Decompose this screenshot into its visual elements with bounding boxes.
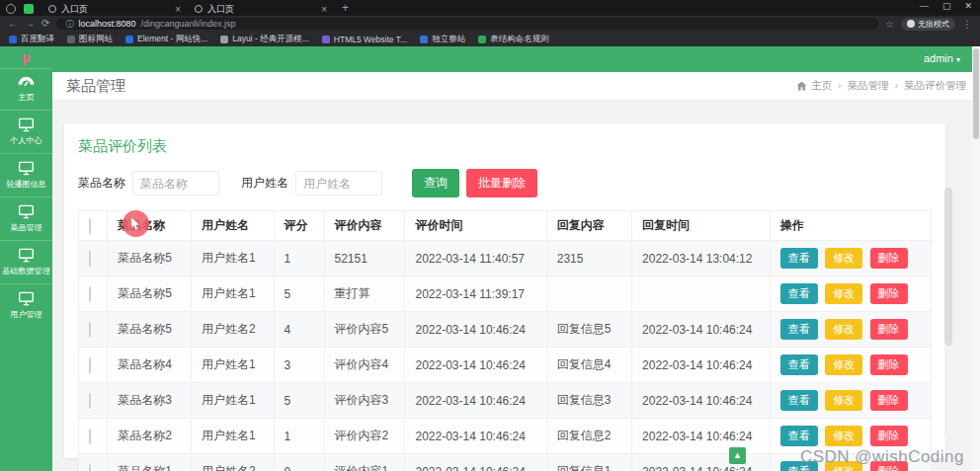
edit-button[interactable]: 修改 [825, 248, 862, 269]
close-window-button[interactable]: ✕ [964, 1, 972, 11]
tab-close-icon[interactable]: × [175, 4, 181, 15]
cell-reply: 回复信息5 [546, 312, 631, 348]
bookmark-item[interactable]: 独立整站 [420, 34, 465, 45]
tab-title: 入口页 [207, 3, 316, 16]
cell-score: 1 [274, 241, 324, 276]
sidebar-item-users[interactable]: 用户管理 [0, 283, 52, 327]
browser-chrome: 入口页 × 入口页 × + — ▢ ✕ ← → ⟳ ⓘ localhost:80… [0, 0, 980, 46]
browser-tab[interactable]: 入口页 × [41, 2, 188, 16]
maximize-button[interactable]: ▢ [942, 1, 951, 11]
row-checkbox[interactable] [89, 357, 91, 373]
bookmark-item[interactable]: Element - 网站快... [125, 34, 207, 45]
browser-tab[interactable]: 入口页 × [188, 2, 334, 16]
cell-time: 2022-03-14 11:40:57 [405, 241, 546, 276]
table-row: 菜品名称5 用户姓名2 4 评价内容5 2022-03-14 10:46:24 … [79, 312, 932, 348]
forward-icon[interactable]: → [25, 19, 35, 29]
sidebar-item-profile[interactable]: 个人中心 [0, 110, 52, 153]
edit-button[interactable]: 修改 [825, 283, 862, 304]
cell-content: 评价内容1 [324, 454, 405, 471]
delete-button[interactable]: 删除 [870, 248, 908, 269]
breadcrumb: 主页菜品管理菜品评价管理 [796, 79, 966, 93]
address-bar: ← → ⟳ ⓘ localhost:8080/dingcanguanli/ind… [0, 16, 980, 32]
dish-name-filter-input[interactable] [132, 171, 219, 196]
batch-delete-button[interactable]: 批量删除 [466, 169, 537, 197]
user-name-filter-input[interactable] [295, 171, 382, 196]
sidebar-item-dishes[interactable]: 菜品管理 [0, 196, 52, 240]
panel-scrollbar[interactable] [944, 188, 952, 440]
row-checkbox[interactable] [89, 464, 91, 471]
sidebar-item-home[interactable]: 主页 [0, 68, 52, 110]
page-header: 菜品管理 主页菜品管理菜品评价管理 [52, 72, 980, 101]
breadcrumb-item[interactable]: 主页 [811, 79, 832, 93]
view-button[interactable]: 查看 [780, 354, 818, 375]
site-info-icon[interactable]: ⓘ [65, 19, 73, 30]
pinned-tab-icon[interactable] [24, 4, 34, 14]
reload-icon[interactable]: ⟳ [41, 19, 49, 29]
table-row: 菜品名称5 用户姓名1 1 52151 2022-03-14 11:40:57 … [79, 241, 932, 276]
page-scrollbar[interactable] [972, 46, 980, 471]
bookmark-item[interactable]: Layui - 经典开源模... [220, 34, 308, 45]
view-button[interactable]: 查看 [780, 248, 818, 269]
edit-button[interactable]: 修改 [825, 426, 862, 446]
tab-strip: 入口页 × 入口页 × [41, 2, 334, 16]
delete-button[interactable]: 删除 [870, 390, 908, 411]
select-all-checkbox[interactable] [89, 218, 91, 234]
minimize-button[interactable]: — [920, 1, 929, 11]
review-list-panel: 菜品评价列表 菜品名称 用户姓名 查询 批量删除 菜品名称 [64, 123, 945, 458]
bookmark-star-icon[interactable]: ☆ [885, 19, 894, 30]
edit-button[interactable]: 修改 [825, 354, 862, 375]
bookmark-item[interactable]: HTML5 Website T... [322, 35, 407, 44]
cell-dish-name: 菜品名称4 [108, 348, 192, 383]
cell-reply-time: 2022-03-14 10:46:24 [632, 312, 771, 348]
view-button[interactable]: 查看 [780, 283, 818, 304]
row-checkbox[interactable] [89, 322, 91, 338]
page-title: 菜品管理 [66, 77, 125, 96]
row-checkbox[interactable] [89, 393, 91, 409]
cell-score: 1 [274, 419, 324, 454]
row-checkbox[interactable] [89, 286, 91, 302]
new-tab-button[interactable]: + [342, 1, 349, 15]
cell-score: 5 [274, 276, 324, 312]
view-button[interactable]: 查看 [780, 426, 818, 446]
edit-button[interactable]: 修改 [825, 319, 862, 340]
view-button[interactable]: 查看 [780, 319, 818, 340]
dish-name-filter-label: 菜品名称 [78, 175, 125, 192]
tab-close-icon[interactable]: × [321, 4, 327, 15]
query-button[interactable]: 查询 [412, 169, 459, 197]
view-button[interactable]: 查看 [780, 390, 818, 411]
watermark: CSDN @wishCoding [800, 447, 964, 467]
edit-button[interactable]: 修改 [825, 390, 862, 411]
menu-dots-icon[interactable]: ⋮ [962, 19, 972, 30]
cell-reply-time: 2022-03-14 10:46:24 [632, 454, 771, 471]
delete-button[interactable]: 删除 [870, 354, 908, 375]
cell-dish-name: 菜品名称5 [108, 241, 192, 276]
delete-button[interactable]: 删除 [870, 426, 908, 446]
cell-reply-time: 2022-03-14 10:46:24 [632, 383, 771, 419]
bookmark-item[interactable]: 图标网站 [67, 34, 113, 45]
cell-dish-name: 菜品名称5 [108, 276, 192, 312]
breadcrumb-item[interactable]: 菜品管理 [832, 79, 889, 93]
sidebar-item-basicdata[interactable]: 基础数据管理 [0, 240, 52, 283]
row-checkbox[interactable] [89, 429, 91, 444]
bookmark-item[interactable]: 百度翻译 [9, 34, 54, 45]
bookmark-item[interactable]: 表结构命名规则 [478, 34, 549, 45]
col-user-name: 用户姓名 [191, 211, 274, 241]
url-input[interactable]: ⓘ localhost:8080/dingcanguanli/index.jsp [56, 18, 878, 30]
back-to-top-button[interactable]: ▲ [729, 447, 746, 464]
sidebar-item-carousel[interactable]: 轮播图信息 [0, 153, 52, 196]
back-icon[interactable]: ← [8, 19, 18, 29]
tab-title: 入口页 [61, 3, 170, 16]
mouse-pointer-icon [130, 217, 142, 231]
user-name-filter-label: 用户姓名 [241, 175, 288, 192]
user-menu[interactable]: admin ▾ [924, 52, 960, 64]
row-checkbox[interactable] [89, 251, 91, 267]
cell-score: 3 [274, 348, 324, 383]
delete-button[interactable]: 删除 [870, 283, 908, 304]
caret-down-icon: ▾ [956, 55, 960, 64]
user-name: admin [924, 52, 953, 64]
col-time: 评价时间 [405, 211, 546, 241]
delete-button[interactable]: 删除 [870, 319, 908, 340]
cell-score: 5 [274, 383, 324, 419]
breadcrumb-item[interactable]: 菜品评价管理 [889, 79, 967, 93]
cell-reply-time: 2022-03-14 13:04:12 [632, 241, 771, 276]
